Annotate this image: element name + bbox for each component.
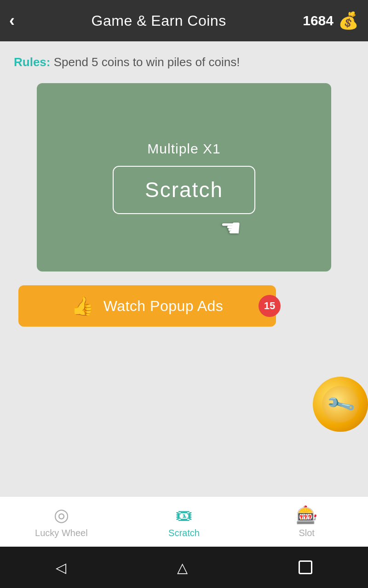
scratch-button[interactable]: Scratch xyxy=(113,166,255,214)
scratch-card: Multiple X1 Scratch ☛ xyxy=(37,83,331,271)
coins-count: 1684 xyxy=(303,13,334,28)
rules-label: Rules: xyxy=(14,55,50,69)
thumbs-up-icon: 👍 xyxy=(71,295,94,317)
coins-display: 1684 💰 xyxy=(303,11,359,30)
scratch-nav-label: Scratch xyxy=(168,528,200,538)
scratch-icon: 🎟 xyxy=(175,505,193,525)
nav-item-lucky-wheel[interactable]: ◎ Lucky Wheel xyxy=(0,505,123,538)
ads-label: Watch Popup Ads xyxy=(104,298,224,315)
rules-body: Spend 5 coins to win piles of coins! xyxy=(50,55,240,69)
android-home-button[interactable]: △ xyxy=(177,560,188,576)
watch-ads-button[interactable]: 👍 Watch Popup Ads 15 xyxy=(18,285,276,327)
slot-label: Slot xyxy=(299,528,314,538)
android-recent-button[interactable] xyxy=(299,560,312,574)
ads-btn-wrapper: 👍 Watch Popup Ads 15 xyxy=(18,285,276,327)
rules-text: Rules: Spend 5 coins to win piles of coi… xyxy=(14,55,354,69)
coin-bag-icon: 💰 xyxy=(338,11,359,30)
ads-badge-count: 15 xyxy=(264,300,275,312)
android-nav-bar: ◁ △ xyxy=(0,547,368,588)
nav-item-scratch[interactable]: 🎟 Scratch xyxy=(123,505,246,538)
gold-coin-inner: 🔧 xyxy=(322,386,359,423)
gold-coin-button[interactable]: 🔧 xyxy=(313,377,368,432)
bottom-nav: ◎ Lucky Wheel 🎟 Scratch 🎰 Slot xyxy=(0,496,368,547)
ads-row: 👍 Watch Popup Ads 15 xyxy=(14,285,354,327)
scratch-label: Scratch xyxy=(145,177,223,202)
back-button[interactable]: ‹ xyxy=(9,12,15,29)
lucky-wheel-label: Lucky Wheel xyxy=(35,528,88,538)
shovel-icon: 🔧 xyxy=(324,389,356,420)
nav-item-slot[interactable]: 🎰 Slot xyxy=(245,505,368,538)
main-content: Rules: Spend 5 coins to win piles of coi… xyxy=(0,41,368,327)
lucky-wheel-icon: ◎ xyxy=(54,505,69,525)
android-back-button[interactable]: ◁ xyxy=(56,560,66,576)
page-title: Game & Earn Coins xyxy=(92,12,226,29)
header: ‹ Game & Earn Coins 1684 💰 xyxy=(0,0,368,41)
multiplier-text: Multiple X1 xyxy=(147,141,220,157)
ads-badge: 15 xyxy=(259,295,281,317)
slot-icon: 🎰 xyxy=(296,505,317,525)
cursor-icon: ☛ xyxy=(220,214,242,242)
